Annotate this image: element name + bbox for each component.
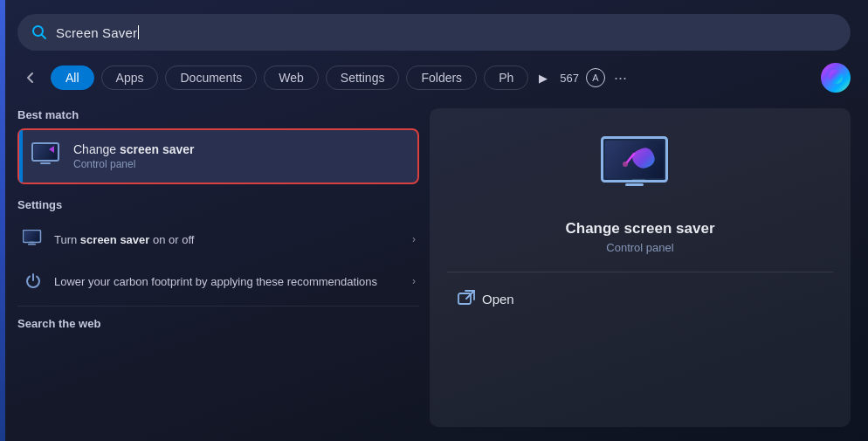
svg-line-1 — [42, 35, 46, 39]
cursor — [138, 25, 139, 39]
best-match-item-title: Change screen saver — [73, 142, 195, 156]
content-area: Best match — [17, 108, 851, 427]
open-button[interactable]: Open — [447, 286, 514, 311]
best-match-title: Best match — [17, 108, 419, 121]
play-icon: ▶ — [539, 72, 548, 85]
detail-divider — [447, 272, 833, 272]
right-panel: Change screen saver Control panel Open — [430, 108, 851, 427]
main-container: Screen Saver All Apps Documents Web Sett… — [0, 0, 868, 441]
filter-tab-documents[interactable]: Documents — [165, 65, 257, 90]
filter-tab-settings[interactable]: Settings — [326, 65, 400, 90]
count-badge: 567 — [560, 72, 579, 85]
avatar[interactable] — [821, 63, 851, 93]
monitor-small-icon — [21, 227, 45, 252]
settings-item-2-text: Lower your carbon footprint by applying … — [54, 275, 412, 288]
settings-item-1-text: Turn screen saver on or off — [54, 233, 412, 246]
font-badge: A — [586, 68, 605, 87]
filter-row: All Apps Documents Web Settings Folders … — [17, 63, 851, 93]
more-icon[interactable]: ··· — [614, 69, 627, 87]
left-panel: Best match — [17, 108, 419, 427]
power-icon — [21, 269, 45, 293]
svg-rect-4 — [40, 162, 51, 164]
search-icon — [31, 24, 47, 40]
svg-rect-12 — [458, 293, 471, 304]
detail-icon — [601, 134, 679, 204]
svg-rect-11 — [625, 183, 644, 186]
filter-tab-ph[interactable]: Ph — [484, 65, 528, 90]
open-icon — [458, 290, 475, 307]
search-web-title: Search the web — [17, 317, 419, 330]
filter-tab-folders[interactable]: Folders — [406, 65, 477, 90]
svg-rect-6 — [24, 231, 39, 241]
search-bar[interactable]: Screen Saver — [17, 14, 851, 51]
detail-panel-title: Change screen saver — [565, 220, 714, 238]
chevron-icon-2: › — [412, 275, 416, 287]
search-input[interactable]: Screen Saver — [56, 25, 137, 40]
svg-point-10 — [623, 162, 628, 167]
chevron-icon-1: › — [412, 233, 416, 245]
screen-saver-icon — [31, 141, 63, 172]
settings-item-screensaver[interactable]: Turn screen saver on or off › — [17, 218, 419, 260]
settings-section-title: Settings — [17, 198, 419, 211]
settings-section: Settings — [17, 198, 419, 302]
svg-rect-7 — [28, 244, 36, 245]
best-match-text: Change screen saver Control panel — [73, 142, 195, 170]
best-match-item[interactable]: Change screen saver Control panel — [17, 128, 419, 184]
detail-panel-subtitle: Control panel — [606, 241, 673, 254]
open-label: Open — [482, 292, 514, 307]
filter-tab-all[interactable]: All — [51, 65, 94, 90]
back-button[interactable] — [17, 65, 44, 91]
filter-tab-apps[interactable]: Apps — [101, 65, 159, 90]
settings-item-carbon[interactable]: Lower your carbon footprint by applying … — [17, 260, 419, 302]
best-match-item-subtitle: Control panel — [73, 158, 195, 170]
section-divider — [17, 306, 419, 307]
filter-tab-web[interactable]: Web — [264, 65, 319, 90]
